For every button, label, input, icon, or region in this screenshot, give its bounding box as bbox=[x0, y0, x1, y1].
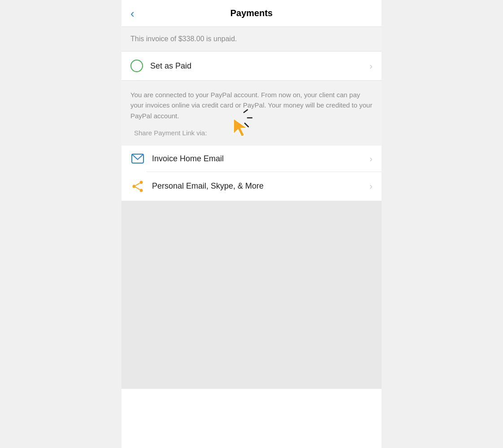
bottom-area bbox=[121, 201, 382, 389]
email-icon bbox=[130, 154, 145, 164]
invoice-home-email-label: Invoice Home Email bbox=[152, 154, 369, 164]
header: ‹ Payments bbox=[121, 0, 382, 27]
set-as-paid-row[interactable]: Set as Paid › bbox=[121, 52, 382, 81]
chevron-right-icon: › bbox=[369, 154, 373, 164]
action-rows: Invoice Home Email › Personal Email, Sky… bbox=[121, 146, 382, 201]
chevron-right-icon: › bbox=[369, 181, 373, 191]
invoice-status-bar: This invoice of $338.00 is unpaid. bbox=[121, 27, 382, 52]
svg-point-5 bbox=[140, 181, 143, 184]
phone-screen: ‹ Payments This invoice of $338.00 is un… bbox=[121, 0, 382, 448]
circle-icon bbox=[130, 60, 143, 72]
invoice-status-text: This invoice of $338.00 is unpaid. bbox=[130, 35, 237, 43]
svg-point-6 bbox=[133, 185, 136, 188]
svg-point-7 bbox=[140, 189, 143, 192]
svg-line-8 bbox=[135, 183, 140, 185]
share-icon bbox=[130, 180, 145, 193]
page-title: Payments bbox=[230, 8, 273, 18]
paypal-description: You are connected to your PayPal account… bbox=[130, 90, 373, 121]
paypal-info-box: You are connected to your PayPal account… bbox=[121, 81, 382, 146]
chevron-right-icon: › bbox=[369, 61, 373, 71]
personal-email-label: Personal Email, Skype, & More bbox=[152, 181, 369, 191]
set-as-paid-label: Set as Paid bbox=[150, 61, 369, 71]
share-link-label: Share Payment Link via: bbox=[130, 121, 373, 146]
svg-line-9 bbox=[135, 187, 140, 190]
invoice-home-email-row[interactable]: Invoice Home Email › bbox=[121, 146, 382, 172]
personal-email-row[interactable]: Personal Email, Skype, & More › bbox=[121, 172, 382, 201]
back-button[interactable]: ‹ bbox=[130, 8, 134, 19]
